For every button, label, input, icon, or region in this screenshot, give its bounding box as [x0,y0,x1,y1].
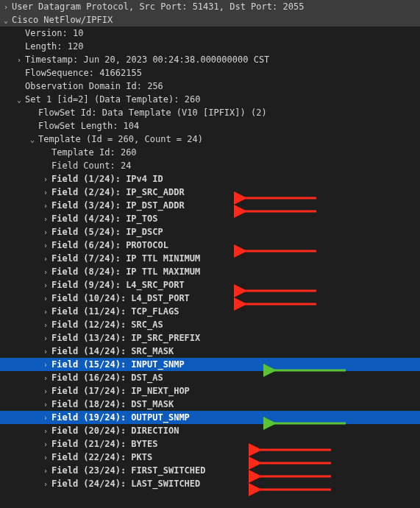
field-11[interactable]: ›Field (11/24): TCP_FLAGS [0,305,420,318]
chevron-right-icon[interactable]: › [41,479,50,490]
row-label: Field (6/24): PROTOCOL [51,239,168,252]
chevron-right-icon[interactable]: › [41,373,50,384]
packet-tree[interactable]: ›User Datagram Protocol, Src Port: 51431… [0,0,420,490]
row-label: Length: 120 [25,40,83,53]
row-label: Field (21/24): BYTES [51,437,158,451]
field-6[interactable]: ›Field (6/24): PROTOCOL [0,239,420,252]
flowseq: ›FlowSequence: 41662155 [0,66,420,80]
field-21[interactable]: ›Field (21/24): BYTES [0,437,420,451]
field-3[interactable]: ›Field (3/24): IP_DST_ADDR [0,199,420,212]
row-label: Field (10/24): L4_DST_PORT [51,292,190,305]
chevron-down-icon[interactable]: ⌄ [1,15,10,26]
row-label: Field (4/24): IP_TOS [51,212,158,225]
row-label: Field (22/24): PKTS [51,451,152,464]
field-7[interactable]: ›Field (7/24): IP TTL MINIMUM [0,252,420,265]
template[interactable]: ⌄Template (Id = 260, Count = 24) [0,133,420,146]
field-10[interactable]: ›Field (10/24): L4_DST_PORT [0,292,420,305]
chevron-down-icon[interactable]: ⌄ [28,134,37,145]
chevron-right-icon[interactable]: › [41,386,50,397]
row-label: Field (18/24): DST_MASK [51,398,174,411]
field-5[interactable]: ›Field (5/24): IP_DSCP [0,225,420,239]
chevron-right-icon[interactable]: › [41,200,50,211]
row-label: Field (15/24): INPUT_SNMP [51,358,185,371]
chevron-right-icon[interactable]: › [41,359,50,370]
chevron-right-icon[interactable]: › [41,174,50,185]
row-label: FlowSet Length: 104 [38,119,139,133]
chevron-right-icon[interactable]: › [41,452,50,463]
chevron-right-icon[interactable]: › [41,465,50,476]
field-14[interactable]: ›Field (14/24): SRC_MASK [0,345,420,358]
udp-header[interactable]: ›User Datagram Protocol, Src Port: 51431… [0,0,420,13]
flowset-len: ›FlowSet Length: 104 [0,119,420,133]
row-label: Template Id: 260 [51,146,137,159]
row-label: Field (14/24): SRC_MASK [51,345,174,358]
field-19[interactable]: ›Field (19/24): OUTPUT_SNMP [0,411,420,424]
field-1[interactable]: ›Field (1/24): IPv4 ID [0,172,420,186]
field-18[interactable]: ›Field (18/24): DST_MASK [0,398,420,411]
row-label: Field (8/24): IP TTL MAXIMUM [51,265,200,278]
row-label: Field (12/24): SRC_AS [51,318,163,331]
field-8[interactable]: ›Field (8/24): IP TTL MAXIMUM [0,265,420,278]
field-13[interactable]: ›Field (13/24): IP_SRC_PREFIX [0,331,420,345]
chevron-right-icon[interactable]: › [41,227,50,238]
row-label: Field (19/24): OUTPUT_SNMP [51,411,190,424]
set-1[interactable]: ⌄Set 1 [id=2] (Data Template): 260 [0,93,420,106]
row-label: Field (7/24): IP TTL MINIMUM [51,252,200,265]
field-22[interactable]: ›Field (22/24): PKTS [0,451,420,464]
chevron-down-icon[interactable]: ⌄ [15,94,24,105]
field-23[interactable]: ›Field (23/24): FIRST_SWITCHED [0,464,420,477]
obs-domain: ›Observation Domain Id: 256 [0,80,420,93]
chevron-right-icon[interactable]: › [41,214,50,225]
field-16[interactable]: ›Field (16/24): DST_AS [0,371,420,384]
row-label: Template (Id = 260, Count = 24) [38,133,203,146]
timestamp[interactable]: ›Timestamp: Jun 20, 2023 00:24:38.000000… [0,53,420,66]
chevron-right-icon[interactable]: › [41,346,50,357]
chevron-right-icon[interactable]: › [41,280,50,291]
row-label: Set 1 [id=2] (Data Template): 260 [25,93,200,106]
field-20[interactable]: ›Field (20/24): DIRECTION [0,424,420,437]
field-9[interactable]: ›Field (9/24): L4_SRC_PORT [0,278,420,292]
row-label: Observation Domain Id: 256 [25,80,163,93]
field-17[interactable]: ›Field (17/24): IP_NEXT_HOP [0,384,420,398]
chevron-right-icon[interactable]: › [41,412,50,423]
row-label: Field Count: 24 [51,159,131,172]
chevron-right-icon[interactable]: › [41,399,50,410]
row-label: Field (24/24): LAST_SWITCHED [51,477,200,490]
row-label: FlowSet Id: Data Template (V10 [IPFIX]) … [38,106,267,119]
row-label: Field (13/24): IP_SRC_PREFIX [51,331,200,345]
field-2[interactable]: ›Field (2/24): IP_SRC_ADDR [0,186,420,199]
chevron-right-icon[interactable]: › [1,1,10,13]
row-label: FlowSequence: 41662155 [25,66,142,80]
fld-count: ›Field Count: 24 [0,159,420,172]
row-label: Field (20/24): DIRECTION [51,424,179,437]
chevron-right-icon[interactable]: › [41,293,50,304]
row-label: Field (5/24): IP_DSCP [51,225,163,239]
field-4[interactable]: ›Field (4/24): IP_TOS [0,212,420,225]
chevron-right-icon[interactable]: › [41,187,50,198]
chevron-right-icon[interactable]: › [41,240,50,251]
row-label: Field (11/24): TCP_FLAGS [51,305,179,318]
field-12[interactable]: ›Field (12/24): SRC_AS [0,318,420,331]
chevron-right-icon[interactable]: › [41,267,50,278]
tmpl-id: ›Template Id: 260 [0,146,420,159]
field-24[interactable]: ›Field (24/24): LAST_SWITCHED [0,477,420,490]
row-label: Field (2/24): IP_SRC_ADDR [51,186,185,199]
row-label: Cisco NetFlow/IPFIX [12,13,113,27]
field-15[interactable]: ›Field (15/24): INPUT_SNMP [0,358,420,371]
chevron-right-icon[interactable]: › [15,54,24,66]
chevron-right-icon[interactable]: › [41,306,50,317]
row-label: Timestamp: Jun 20, 2023 00:24:38.0000000… [25,53,269,66]
row-label: Field (9/24): L4_SRC_PORT [51,278,185,292]
row-label: Field (17/24): IP_NEXT_HOP [51,384,190,398]
row-label: Version: 10 [25,27,83,40]
chevron-right-icon[interactable]: › [41,320,50,331]
chevron-right-icon[interactable]: › [41,333,50,344]
row-label: Field (16/24): DST_AS [51,371,163,384]
chevron-right-icon[interactable]: › [41,253,50,264]
length: ›Length: 120 [0,40,420,53]
netflow-header[interactable]: ⌄Cisco NetFlow/IPFIX [0,13,420,27]
row-label: Field (1/24): IPv4 ID [51,172,163,186]
row-label: Field (23/24): FIRST_SWITCHED [51,464,206,477]
chevron-right-icon[interactable]: › [41,439,50,450]
chevron-right-icon[interactable]: › [41,426,50,437]
